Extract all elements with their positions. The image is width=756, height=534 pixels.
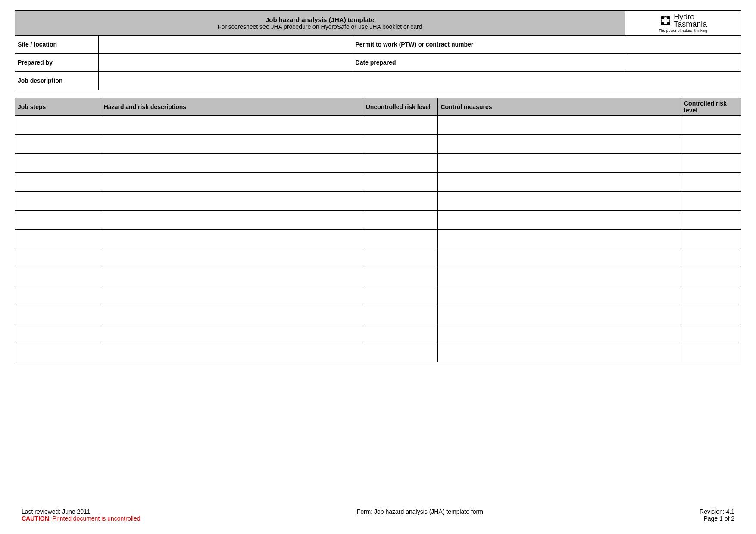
cell-control-measures[interactable]	[438, 267, 681, 286]
company-logo: Hydro Tasmania The power of natural thin…	[628, 13, 738, 33]
cell-control-measures[interactable]	[438, 229, 681, 248]
cell-hazard-desc[interactable]	[101, 153, 363, 172]
cell-hazard-desc[interactable]	[101, 343, 363, 362]
cell-uncontrolled-risk[interactable]	[363, 324, 438, 343]
col-uncontrolled-risk: Uncontrolled risk level	[363, 98, 438, 115]
cell-hazard-desc[interactable]	[101, 324, 363, 343]
cell-controlled-risk[interactable]	[681, 305, 741, 324]
cell-job-steps[interactable]	[15, 286, 101, 305]
job-description-label: Job description	[15, 71, 99, 90]
cell-hazard-desc[interactable]	[101, 267, 363, 286]
cell-job-steps[interactable]	[15, 210, 101, 229]
cell-controlled-risk[interactable]	[681, 115, 741, 134]
cell-hazard-desc[interactable]	[101, 248, 363, 267]
cell-control-measures[interactable]	[438, 134, 681, 153]
cell-uncontrolled-risk[interactable]	[363, 229, 438, 248]
job-description-field[interactable]	[98, 71, 741, 90]
hydro-logo-icon	[659, 14, 672, 27]
cell-job-steps[interactable]	[15, 172, 101, 191]
cell-controlled-risk[interactable]	[681, 248, 741, 267]
footer-caution-text: : Printed document is uncontrolled	[49, 515, 141, 522]
cell-hazard-desc[interactable]	[101, 115, 363, 134]
ptw-label: Permit to work (PTW) or contract number	[353, 35, 625, 53]
cell-control-measures[interactable]	[438, 210, 681, 229]
cell-controlled-risk[interactable]	[681, 343, 741, 362]
col-controlled-risk: Controlled risk level	[681, 98, 741, 115]
col-job-steps: Job steps	[15, 98, 101, 115]
cell-hazard-desc[interactable]	[101, 172, 363, 191]
logo-tagline: The power of natural thinking	[659, 29, 707, 33]
cell-uncontrolled-risk[interactable]	[363, 210, 438, 229]
site-location-field[interactable]	[98, 35, 353, 53]
header-info-table: Job hazard analysis (JHA) template For s…	[15, 10, 741, 90]
cell-control-measures[interactable]	[438, 305, 681, 324]
table-row	[15, 324, 741, 343]
footer-caution-label: CAUTION	[22, 515, 49, 522]
page-footer: Last reviewed: June 2011 CAUTION: Printe…	[22, 508, 734, 522]
cell-controlled-risk[interactable]	[681, 172, 741, 191]
form-title-cell: Job hazard analysis (JHA) template For s…	[15, 11, 625, 36]
cell-job-steps[interactable]	[15, 343, 101, 362]
col-control-measures: Control measures	[438, 98, 681, 115]
cell-uncontrolled-risk[interactable]	[363, 172, 438, 191]
cell-uncontrolled-risk[interactable]	[363, 286, 438, 305]
cell-control-measures[interactable]	[438, 191, 681, 210]
date-prepared-field[interactable]	[625, 53, 741, 71]
cell-uncontrolled-risk[interactable]	[363, 153, 438, 172]
cell-uncontrolled-risk[interactable]	[363, 191, 438, 210]
cell-control-measures[interactable]	[438, 153, 681, 172]
cell-hazard-desc[interactable]	[101, 210, 363, 229]
cell-job-steps[interactable]	[15, 229, 101, 248]
cell-job-steps[interactable]	[15, 267, 101, 286]
date-prepared-label: Date prepared	[353, 53, 625, 71]
table-row	[15, 134, 741, 153]
cell-controlled-risk[interactable]	[681, 210, 741, 229]
ptw-field[interactable]	[625, 35, 741, 53]
cell-uncontrolled-risk[interactable]	[363, 305, 438, 324]
cell-hazard-desc[interactable]	[101, 305, 363, 324]
cell-control-measures[interactable]	[438, 324, 681, 343]
cell-uncontrolled-risk[interactable]	[363, 115, 438, 134]
table-row	[15, 115, 741, 134]
cell-job-steps[interactable]	[15, 324, 101, 343]
cell-control-measures[interactable]	[438, 286, 681, 305]
cell-hazard-desc[interactable]	[101, 229, 363, 248]
table-row	[15, 286, 741, 305]
cell-job-steps[interactable]	[15, 115, 101, 134]
table-row	[15, 153, 741, 172]
cell-job-steps[interactable]	[15, 134, 101, 153]
cell-job-steps[interactable]	[15, 305, 101, 324]
col-hazard-desc: Hazard and risk descriptions	[101, 98, 363, 115]
cell-controlled-risk[interactable]	[681, 324, 741, 343]
cell-job-steps[interactable]	[15, 191, 101, 210]
form-title: Job hazard analysis (JHA) template	[18, 16, 622, 23]
cell-hazard-desc[interactable]	[101, 191, 363, 210]
cell-control-measures[interactable]	[438, 248, 681, 267]
cell-controlled-risk[interactable]	[681, 229, 741, 248]
table-row	[15, 210, 741, 229]
cell-control-measures[interactable]	[438, 115, 681, 134]
cell-controlled-risk[interactable]	[681, 286, 741, 305]
cell-hazard-desc[interactable]	[101, 286, 363, 305]
cell-uncontrolled-risk[interactable]	[363, 343, 438, 362]
cell-controlled-risk[interactable]	[681, 134, 741, 153]
steps-header-row: Job steps Hazard and risk descriptions U…	[15, 98, 741, 115]
table-row	[15, 229, 741, 248]
cell-uncontrolled-risk[interactable]	[363, 267, 438, 286]
table-row	[15, 248, 741, 267]
cell-controlled-risk[interactable]	[681, 191, 741, 210]
cell-controlled-risk[interactable]	[681, 267, 741, 286]
cell-hazard-desc[interactable]	[101, 134, 363, 153]
company-logo-cell: Hydro Tasmania The power of natural thin…	[625, 11, 741, 36]
form-subtitle: For scoresheet see JHA procedure on Hydr…	[18, 23, 622, 30]
table-row	[15, 267, 741, 286]
table-row	[15, 191, 741, 210]
cell-uncontrolled-risk[interactable]	[363, 134, 438, 153]
cell-uncontrolled-risk[interactable]	[363, 248, 438, 267]
cell-job-steps[interactable]	[15, 153, 101, 172]
cell-control-measures[interactable]	[438, 172, 681, 191]
cell-controlled-risk[interactable]	[681, 153, 741, 172]
cell-job-steps[interactable]	[15, 248, 101, 267]
prepared-by-field[interactable]	[98, 53, 353, 71]
cell-control-measures[interactable]	[438, 343, 681, 362]
